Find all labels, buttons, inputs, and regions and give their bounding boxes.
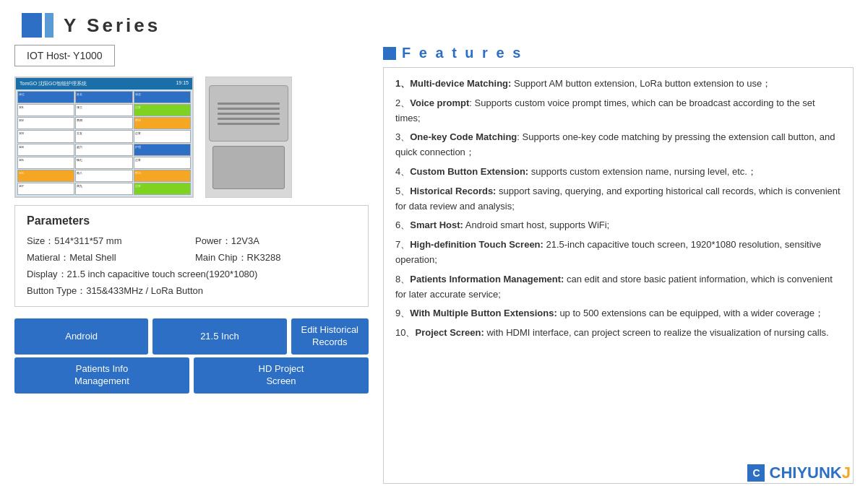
chip-param: Main Chip：RK3288: [195, 251, 356, 264]
vent-line: [218, 113, 280, 115]
screen-cell: 正常: [134, 157, 191, 169]
feature-6: 6、Smart Host: Android smart host, suppor…: [395, 218, 841, 233]
feature-10: 10、Project Screen: with HDMI interface, …: [395, 326, 841, 341]
screen-cell: 104: [17, 144, 74, 156]
display-param: Display：21.5 inch capacitive touch scree…: [27, 268, 356, 281]
screen-cell: 呼叫: [134, 170, 191, 182]
screen-cell: 张三: [75, 104, 132, 116]
button-param: Button Type：315&433MHz / LoRa Button: [27, 284, 356, 297]
screen-cell: 周九: [75, 183, 132, 195]
screen-cell: 王五: [75, 130, 132, 142]
features-title: F e a t u r e s: [402, 45, 523, 61]
feature-8: 8、Patients Information Management: can e…: [395, 272, 841, 303]
feature-10-bold: Project Screen:: [415, 327, 484, 338]
brand-logo: C CHIYUNKJ: [747, 464, 851, 482]
brand-name: CHIYUNKJ: [769, 464, 851, 482]
hd-project-button[interactable]: HD ProjectScreen: [194, 357, 369, 394]
feature-6-bold: Smart Host:: [410, 220, 463, 230]
logo-icon: [22, 13, 56, 38]
left-panel: IOT Host- Y1000 TomGO 沈阳GO智能护理系统 19:15 床…: [14, 45, 369, 484]
feature-5-bold: Historical Records:: [410, 186, 496, 196]
screen-cell: 呼叫: [134, 117, 191, 129]
screen-cell: 床位: [17, 91, 74, 103]
vent-lines: [218, 103, 280, 125]
feature-1-bold: Multi-device Matching:: [410, 78, 511, 89]
screen-cell: 正常: [134, 104, 191, 116]
feature-9-bold: With Multiple Button Extensions:: [410, 308, 557, 318]
size-param: Size：514*311*57 mm: [27, 235, 188, 248]
screen-cell: 孙八: [75, 170, 132, 182]
screen-cell: 101: [17, 104, 74, 116]
feature-1: 1、Multi-device Matching: Support AM butt…: [395, 77, 841, 92]
vent-line: [218, 118, 280, 120]
edit-historical-button[interactable]: Edit HistoricalRecords: [291, 318, 369, 355]
screen-header: TomGO 沈阳GO智能护理系统 19:15: [16, 78, 192, 90]
features-icon: [383, 47, 396, 60]
screen-cell: 105: [17, 157, 74, 169]
screen-cell: 赵六: [75, 144, 132, 156]
vent-line: [218, 103, 280, 105]
button-row-1: Android 21.5 Inch Edit HistoricalRecords: [14, 318, 369, 355]
screen-cell: 状态: [134, 91, 191, 103]
logo-rect1: [22, 13, 42, 38]
screen-simulation: TomGO 沈阳GO智能护理系统 19:15 床位 姓名 状态 101 张三 正…: [16, 78, 192, 196]
parameters-box: Parameters Size：514*311*57 mm Power：12V3…: [14, 205, 369, 307]
brand-icon-box: C: [747, 464, 765, 482]
feature-3: 3、One-key Code Matching: Supports one-ke…: [395, 130, 841, 160]
features-header: F e a t u r e s: [383, 45, 854, 61]
vent-line: [218, 108, 280, 110]
parameters-title: Parameters: [27, 214, 356, 227]
device-back-bottom: [212, 146, 285, 189]
vent-line: [218, 123, 280, 125]
page-title: Y Series: [64, 14, 160, 37]
parameters-grid: Size：514*311*57 mm Power：12V3A Matieral：…: [27, 235, 356, 297]
screen-cell: 姓名: [75, 91, 132, 103]
screen-cell: 李四: [75, 117, 132, 129]
power-param: Power：12V3A: [195, 235, 356, 248]
feature-2: 2、Voice prompt: Supports custom voice pr…: [395, 96, 841, 126]
page-container: Y Series IOT Host- Y1000 TomGO 沈阳GO智能护理系…: [0, 0, 868, 491]
feature-7-bold: High-definition Touch Screen:: [410, 239, 543, 250]
features-box: 1、Multi-device Matching: Support AM butt…: [383, 67, 854, 484]
feature-7: 7、High-definition Touch Screen: 21.5-inc…: [395, 238, 841, 268]
button-rows: Android 21.5 Inch Edit HistoricalRecords…: [14, 318, 369, 394]
brand-icon: C: [752, 467, 760, 479]
screen-cell: 护理: [134, 144, 191, 156]
screen-cell: 钱七: [75, 157, 132, 169]
screen-cell: 107: [17, 183, 74, 195]
feature-8-bold: Patients Information Management:: [410, 274, 564, 284]
product-images: TomGO 沈阳GO智能护理系统 19:15 床位 姓名 状态 101 张三 正…: [14, 77, 369, 198]
screen-body: 床位 姓名 状态 101 张三 正常 102 李四 呼叫 103 王五 正常: [16, 90, 192, 196]
main-content: IOT Host- Y1000 TomGO 沈阳GO智能护理系统 19:15 床…: [0, 45, 868, 491]
header: Y Series: [0, 0, 868, 45]
feature-9: 9、With Multiple Button Extensions: up to…: [395, 306, 841, 321]
screen-cell: 正常: [134, 183, 191, 195]
material-param: Matieral：Metal Shell: [27, 251, 188, 264]
screen-cell: 正常: [134, 130, 191, 142]
feature-3-bold: One-key Code Matching: [410, 131, 517, 142]
feature-5: 5、Historical Records: support saving, qu…: [395, 184, 841, 214]
button-row-2: Patients InfoManagement HD ProjectScreen: [14, 357, 369, 394]
screen-cell: 106: [17, 170, 74, 182]
feature-4: 4、Custom Button Extension: supports cust…: [395, 165, 841, 180]
right-panel: F e a t u r e s 1、Multi-device Matching:…: [383, 45, 854, 484]
android-button[interactable]: Android: [14, 318, 148, 355]
size-button[interactable]: 21.5 Inch: [152, 318, 286, 355]
screen-cell: 103: [17, 130, 74, 142]
screen-cell: 102: [17, 117, 74, 129]
device-back-image: [205, 77, 292, 198]
product-tag: IOT Host- Y1000: [14, 45, 115, 66]
logo-rect2: [45, 13, 53, 38]
device-back-top: [209, 85, 288, 142]
feature-4-bold: Custom Button Extension:: [410, 166, 528, 177]
feature-2-bold: Voice prompt: [410, 97, 469, 108]
device-front-image: TomGO 沈阳GO智能护理系统 19:15 床位 姓名 状态 101 张三 正…: [14, 77, 194, 198]
patients-info-button[interactable]: Patients InfoManagement: [14, 357, 189, 394]
